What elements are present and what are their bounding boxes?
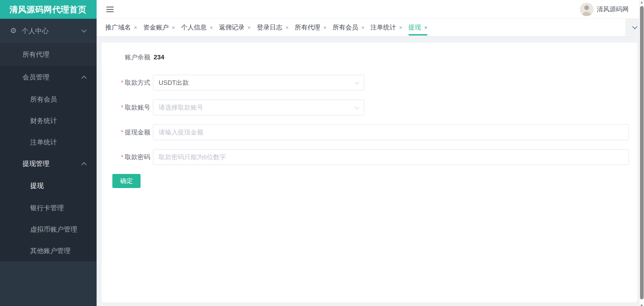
- withdraw-password-field-wrap: [153, 149, 629, 165]
- sidebar-item-withdraw[interactable]: 提现: [0, 174, 97, 197]
- sidebar-item-label: 其他账户管理: [30, 246, 70, 255]
- logo-title[interactable]: 清风源码网代理首页: [0, 0, 97, 19]
- withdraw-account-row: *取款账号 请选择取款账号: [110, 100, 629, 115]
- chevron-up-icon: [82, 75, 87, 81]
- balance-value: 234: [154, 54, 164, 61]
- sidebar-item-bank-card-management[interactable]: 银行卡管理: [0, 197, 97, 219]
- main-area: 清风源码网 推广域名 × 资金账户 × 个人信息 × 返佣记录 × 登录日志: [97, 0, 644, 306]
- close-icon[interactable]: ×: [361, 25, 365, 30]
- chevron-down-icon: [355, 104, 359, 109]
- close-icon[interactable]: ×: [210, 25, 213, 30]
- sidebar-item-finance-stats[interactable]: 财务统计: [0, 110, 97, 131]
- confirm-button[interactable]: 确定: [112, 174, 141, 188]
- field-label: *取款密码: [110, 153, 150, 162]
- sidebar-item-label: 提现管理: [22, 159, 49, 168]
- withdraw-account-select[interactable]: 请选择取款账号: [153, 100, 364, 115]
- sidebar-item-label: 所有代理: [22, 50, 49, 59]
- tab-bet-stats[interactable]: 注单统计 ×: [368, 19, 405, 36]
- sidebar-item-label: 银行卡管理: [30, 203, 64, 212]
- gear-icon: ⚙: [10, 27, 17, 35]
- sidebar-item-label: 所有会员: [30, 95, 57, 104]
- chevron-down-icon: [355, 79, 359, 84]
- withdraw-amount-field-wrap: [153, 124, 629, 140]
- sidebar-item-other-account-management[interactable]: 其他账户管理: [0, 240, 97, 261]
- select-placeholder: 请选择取款账号: [159, 103, 203, 112]
- select-value: USDT出款: [159, 78, 189, 87]
- withdraw-amount-row: *提现金额: [110, 124, 629, 140]
- tab-label: 注单统计: [371, 23, 396, 32]
- required-mark: *: [121, 79, 123, 86]
- tab-login-logs[interactable]: 登录日志 ×: [254, 19, 291, 36]
- tab-all-members[interactable]: 所有会员 ×: [330, 19, 367, 36]
- sidebar-submenu-level2: 会员管理 所有会员 财务统计 注单统计 提现管理 提现: [0, 66, 97, 261]
- close-icon[interactable]: ×: [248, 25, 251, 30]
- scrollbar-thumb[interactable]: [640, 6, 644, 299]
- sidebar-item-label: 个人中心: [22, 26, 49, 36]
- sidebar-item-all-agents[interactable]: 所有代理: [0, 43, 97, 66]
- tab-label: 所有会员: [333, 23, 358, 32]
- close-icon[interactable]: ×: [323, 25, 327, 30]
- username-label: 清风源码网: [597, 5, 629, 14]
- sidebar-item-label: 注单统计: [30, 138, 57, 147]
- close-icon[interactable]: ×: [134, 25, 137, 30]
- close-icon[interactable]: ×: [399, 25, 402, 30]
- withdraw-form-card: 账户余额 234 *取款方式 USDT出款 *取款账号 请选择取款账号: [102, 43, 637, 302]
- withdraw-method-row: *取款方式 USDT出款: [110, 75, 629, 90]
- required-mark: *: [121, 104, 123, 111]
- close-icon[interactable]: ×: [285, 25, 289, 30]
- sidebar-item-crypto-account-management[interactable]: 虚拟币账户管理: [0, 219, 97, 240]
- scrollbar-down-arrow-icon[interactable]: ▼: [639, 304, 644, 306]
- content-area: 账户余额 234 *取款方式 USDT出款 *取款账号 请选择取款账号: [97, 37, 644, 306]
- sidebar: 清风源码网代理首页 ⚙ 个人中心 所有代理 会员管理 所有会员: [0, 0, 97, 306]
- withdraw-amount-input[interactable]: [159, 129, 623, 136]
- hamburger-menu-icon[interactable]: [106, 7, 114, 12]
- sidebar-item-all-members[interactable]: 所有会员: [0, 88, 97, 110]
- close-icon[interactable]: ×: [424, 25, 428, 30]
- tab-label: 返佣记录: [219, 23, 245, 32]
- chevron-up-icon: [82, 162, 87, 167]
- tab-fund-account[interactable]: 资金账户 ×: [141, 19, 178, 36]
- tab-label: 所有代理: [295, 23, 320, 32]
- app-window: 清风源码网代理首页 ⚙ 个人中心 所有代理 会员管理 所有会员: [0, 0, 644, 306]
- sidebar-item-label: 提现: [30, 181, 44, 190]
- vertical-scrollbar[interactable]: ▲ ▼: [639, 0, 644, 306]
- tab-withdraw[interactable]: 提现 ×: [406, 19, 430, 36]
- sidebar-item-label: 财务统计: [30, 116, 57, 125]
- required-mark: *: [121, 154, 123, 161]
- scrollbar-up-arrow-icon[interactable]: ▲: [639, 0, 644, 4]
- sidebar-item-personal-center[interactable]: ⚙ 个人中心: [0, 19, 97, 43]
- tab-label: 个人信息: [181, 23, 207, 32]
- chevron-down-icon: [632, 24, 637, 29]
- tab-bar: 推广域名 × 资金账户 × 个人信息 × 返佣记录 × 登录日志 × 所有代理 …: [97, 19, 644, 37]
- sidebar-submenu-level1: 所有代理: [0, 43, 97, 66]
- tab-label: 登录日志: [257, 23, 282, 32]
- avatar[interactable]: [580, 3, 593, 16]
- close-icon[interactable]: ×: [172, 25, 175, 30]
- tab-label: 资金账户: [143, 23, 169, 32]
- field-label: *取款账号: [110, 103, 150, 112]
- sidebar-menu: ⚙ 个人中心 所有代理 会员管理 所有会员 财务统计: [0, 19, 97, 306]
- field-label: *取款方式: [110, 78, 150, 87]
- tab-personal-info[interactable]: 个人信息 ×: [178, 19, 216, 36]
- tab-label: 推广域名: [105, 23, 131, 32]
- sidebar-item-label: 会员管理: [22, 73, 49, 82]
- tab-promo-domain[interactable]: 推广域名 ×: [103, 19, 140, 36]
- withdraw-password-input[interactable]: [159, 154, 623, 161]
- user-menu[interactable]: 清风源码网: [580, 3, 629, 16]
- sidebar-item-bet-stats[interactable]: 注单统计: [0, 131, 97, 153]
- tab-all-agents[interactable]: 所有代理 ×: [292, 19, 329, 36]
- balance-label: 账户余额: [110, 53, 150, 62]
- required-mark: *: [121, 129, 123, 136]
- tab-rebate-records[interactable]: 返佣记录 ×: [216, 19, 254, 36]
- withdraw-password-row: *取款密码: [110, 149, 629, 165]
- submit-row: 确定: [112, 174, 629, 188]
- withdraw-method-select[interactable]: USDT出款: [153, 75, 364, 90]
- top-header: 清风源码网: [97, 0, 644, 19]
- field-label: *提现金额: [110, 128, 150, 137]
- sidebar-item-label: 虚拟币账户管理: [30, 225, 77, 234]
- sidebar-item-withdrawal-management[interactable]: 提现管理: [0, 153, 97, 174]
- balance-row: 账户余额 234: [110, 53, 629, 62]
- chevron-down-icon: [82, 27, 87, 33]
- tab-label: 提现: [409, 23, 421, 32]
- sidebar-item-member-management[interactable]: 会员管理: [0, 66, 97, 88]
